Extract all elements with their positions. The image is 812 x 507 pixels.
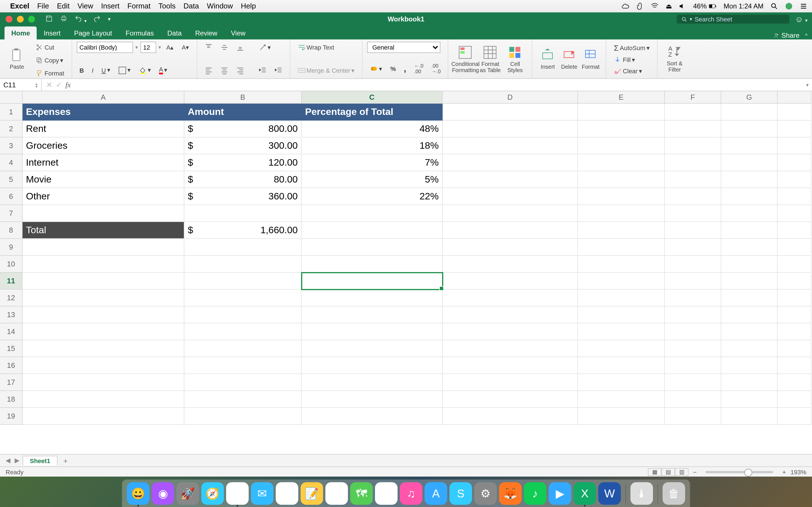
cell-A3[interactable]: Groceries: [22, 137, 185, 154]
dock-siri-icon[interactable]: ◉: [152, 482, 174, 505]
siri-icon[interactable]: [785, 2, 793, 10]
row-header-12[interactable]: 12: [0, 290, 22, 306]
number-format-select[interactable]: General: [367, 42, 441, 53]
cell-C14[interactable]: [302, 323, 443, 340]
enter-formula-icon[interactable]: ✓: [56, 80, 62, 89]
cell-C12[interactable]: [302, 290, 443, 306]
cell-C11[interactable]: [302, 273, 443, 290]
tab-view[interactable]: View: [224, 26, 252, 40]
align-center-icon[interactable]: [217, 65, 231, 76]
cell-A8[interactable]: Total: [22, 222, 185, 239]
cell-B18[interactable]: [185, 391, 302, 408]
row-header-3[interactable]: 3: [0, 137, 22, 154]
cell-C15[interactable]: [302, 340, 443, 357]
row-header-2[interactable]: 2: [0, 121, 22, 137]
dock-notes-icon[interactable]: 📝: [301, 482, 323, 505]
spotlight-icon[interactable]: [770, 2, 778, 10]
wifi-icon[interactable]: [651, 2, 659, 10]
row-header-5[interactable]: 5: [0, 171, 22, 188]
insert-cells-button[interactable]: Insert: [537, 42, 559, 75]
cell-E15[interactable]: [578, 340, 665, 357]
zoom-slider[interactable]: [706, 471, 773, 473]
sheet-tab-active[interactable]: Sheet1: [22, 456, 57, 465]
cell-G1[interactable]: [721, 104, 777, 121]
menu-format[interactable]: Format: [128, 2, 151, 10]
dock-settings-icon[interactable]: ⚙: [474, 482, 497, 505]
cell-D8[interactable]: [443, 222, 578, 239]
cell-B4[interactable]: $120.00: [185, 154, 302, 171]
cell-D2[interactable]: [443, 121, 578, 137]
cell-A19[interactable]: [22, 408, 185, 425]
tab-formulas[interactable]: Formulas: [119, 26, 161, 40]
font-name-select[interactable]: [77, 42, 133, 53]
format-cells-button[interactable]: Format: [580, 42, 601, 75]
tab-review[interactable]: Review: [188, 26, 224, 40]
cut-button[interactable]: Cut: [33, 42, 67, 53]
cell-A11[interactable]: [22, 273, 185, 290]
cell-B10[interactable]: [185, 256, 302, 273]
cell-F9[interactable]: [665, 239, 721, 256]
cell-F7[interactable]: [665, 205, 721, 222]
cell-F3[interactable]: [665, 137, 721, 154]
cell-D3[interactable]: [443, 137, 578, 154]
cell-C18[interactable]: [302, 391, 443, 408]
cell-G13[interactable]: [721, 306, 777, 323]
app-name[interactable]: Excel: [10, 2, 29, 10]
increase-decimal-icon[interactable]: ←.0.00: [411, 61, 426, 76]
menu-edit[interactable]: Edit: [57, 2, 70, 10]
cell-D14[interactable]: [443, 323, 578, 340]
row-header-17[interactable]: 17: [0, 374, 22, 391]
dock-appstore-icon[interactable]: A: [424, 482, 447, 505]
feedback-icon[interactable]: ☺ ▾: [795, 15, 808, 24]
increase-indent-icon[interactable]: [271, 65, 285, 76]
wrap-text-button[interactable]: Wrap Text: [295, 42, 357, 53]
cell-G12[interactable]: [721, 290, 777, 306]
cell-B3[interactable]: $300.00: [185, 137, 302, 154]
cell-C4[interactable]: 7%: [302, 154, 443, 171]
expand-formula-bar-icon[interactable]: ▾: [803, 82, 812, 88]
page-break-view-icon[interactable]: ▥: [675, 468, 689, 476]
cell-C13[interactable]: [302, 306, 443, 323]
tab-insert[interactable]: Insert: [37, 26, 67, 40]
dock-thermometer-icon[interactable]: 🌡: [630, 482, 653, 505]
cell-G17[interactable]: [721, 374, 777, 391]
cell-C5[interactable]: 5%: [302, 171, 443, 188]
menu-insert[interactable]: Insert: [101, 2, 119, 10]
format-as-table-button[interactable]: Format as Table: [478, 42, 503, 76]
cell-G2[interactable]: [721, 121, 777, 137]
dock-photos-icon[interactable]: ❀: [375, 482, 398, 505]
cloud-icon[interactable]: [622, 2, 629, 10]
cell-F19[interactable]: [665, 408, 721, 425]
cell-F6[interactable]: [665, 188, 721, 205]
cell-A18[interactable]: [22, 391, 185, 408]
cell-A1[interactable]: Expenses: [22, 104, 185, 121]
formula-input[interactable]: [75, 79, 803, 91]
merge-center-button[interactable]: Merge & Center ▾: [295, 65, 357, 76]
dock-spotify-icon[interactable]: ♪: [524, 482, 546, 505]
cell-G4[interactable]: [721, 154, 777, 171]
cell-C1[interactable]: Percentage of Total: [302, 104, 443, 121]
zoom-out-button[interactable]: −: [693, 468, 697, 475]
cell-F16[interactable]: [665, 357, 721, 374]
autosum-button[interactable]: Σ AutoSum ▾: [611, 42, 653, 54]
search-sheet-input[interactable]: ▾ Search Sheet: [677, 15, 790, 24]
cell-C19[interactable]: [302, 408, 443, 425]
cell-E19[interactable]: [578, 408, 665, 425]
attachment-icon[interactable]: [637, 2, 644, 10]
dock-itunes-icon[interactable]: ♫: [400, 482, 422, 505]
paste-button[interactable]: Paste: [4, 42, 29, 75]
cell-A14[interactable]: [22, 323, 185, 340]
dock-zoom-icon[interactable]: ▶: [549, 482, 571, 505]
dock-excel-icon[interactable]: X: [573, 482, 596, 505]
cell-A5[interactable]: Movie: [22, 171, 185, 188]
underline-button[interactable]: U ▾: [99, 65, 113, 75]
cell-F1[interactable]: [665, 104, 721, 121]
cell-C17[interactable]: [302, 374, 443, 391]
eject-icon[interactable]: ⏏: [666, 2, 672, 10]
dock-skype-icon[interactable]: S: [449, 482, 472, 505]
menu-file[interactable]: File: [37, 2, 49, 10]
cell-G18[interactable]: [721, 391, 777, 408]
orientation-icon[interactable]: ▾: [256, 42, 274, 53]
cell-E7[interactable]: [578, 205, 665, 222]
fill-color-button[interactable]: ▾: [136, 64, 154, 76]
